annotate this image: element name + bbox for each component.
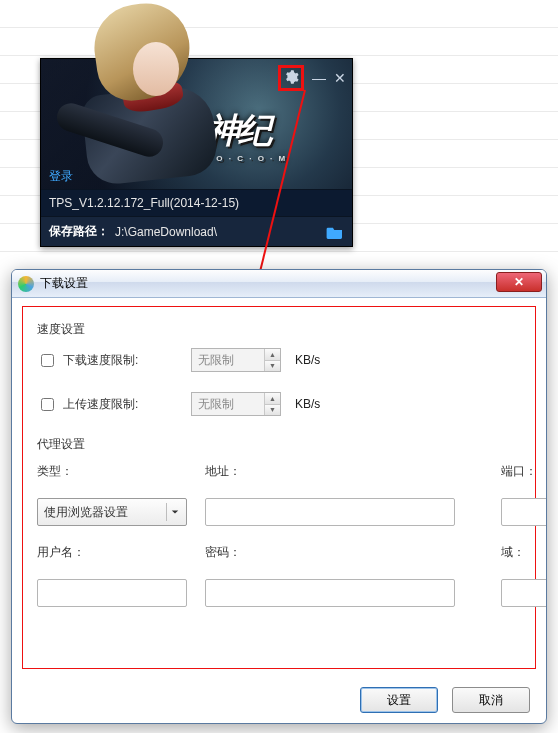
spin-up-button[interactable]: ▲: [265, 393, 280, 404]
proxy-port-label: 端口：: [501, 463, 547, 480]
download-limit-value: 无限制: [198, 352, 234, 369]
proxy-pass-label: 密码：: [205, 544, 455, 561]
upload-limit-value: 无限制: [198, 396, 234, 413]
folder-icon: [326, 225, 344, 239]
proxy-domain-label: 域：: [501, 544, 525, 561]
speed-section-title: 速度设置: [37, 321, 521, 338]
save-path-row: 保存路径： J:\GameDownload\: [41, 216, 352, 246]
launcher-banner: 枪神纪 T P S · O · C · O · M — ✕ 登录: [41, 59, 352, 189]
proxy-user-input[interactable]: [44, 585, 180, 601]
close-icon: ✕: [514, 275, 524, 289]
minimize-button[interactable]: —: [312, 71, 326, 85]
upload-limit-spinner[interactable]: 无限制 ▲ ▼: [191, 392, 281, 416]
upload-unit: KB/s: [295, 397, 345, 411]
cancel-button[interactable]: 取消: [452, 687, 530, 713]
dialog-footer: 设置 取消: [12, 677, 546, 723]
dialog-titlebar: 下载设置 ✕: [12, 270, 546, 298]
proxy-port-input[interactable]: [508, 504, 547, 520]
spinner-buttons: ▲ ▼: [264, 349, 280, 371]
download-limit-label: 下载速度限制:: [63, 352, 138, 369]
browse-folder-button[interactable]: [326, 225, 344, 239]
save-path-label: 保存路径：: [49, 223, 109, 240]
spin-down-button[interactable]: ▼: [265, 404, 280, 416]
login-link[interactable]: 登录: [49, 168, 73, 185]
launcher-window: 枪神纪 T P S · O · C · O · M — ✕ 登录 TPS_V1.…: [40, 58, 353, 247]
dialog-title: 下载设置: [40, 275, 88, 292]
game-logo: 枪神纪 T P S · O · C · O · M: [174, 108, 287, 163]
download-settings-dialog: 下载设置 ✕ 速度设置 下载速度限制: 无限制 ▲ ▼ KB/s 上: [11, 269, 547, 724]
proxy-domain-input[interactable]: [508, 585, 547, 601]
proxy-section-title: 代理设置: [37, 436, 521, 453]
chevron-down-icon: [166, 503, 182, 521]
proxy-user-label: 用户名：: [37, 544, 187, 561]
spin-down-button[interactable]: ▼: [265, 360, 280, 372]
download-speed-row: 下载速度限制: 无限制 ▲ ▼ KB/s: [37, 348, 521, 372]
proxy-addr-field[interactable]: [205, 498, 455, 526]
spinner-buttons: ▲ ▼: [264, 393, 280, 415]
close-launcher-button[interactable]: ✕: [334, 71, 346, 85]
download-limit-check[interactable]: [41, 354, 54, 367]
dialog-close-button[interactable]: ✕: [496, 272, 542, 292]
settings-button[interactable]: [283, 69, 299, 87]
proxy-grid: 类型： 地址： 端口： 使用浏览器设置 用户名： 密码： 域：: [37, 463, 521, 607]
proxy-pass-input[interactable]: [212, 585, 448, 601]
upload-limit-label: 上传速度限制:: [63, 396, 138, 413]
game-logo-sub: T P S · O · C · O · M: [174, 154, 287, 163]
cancel-button-label: 取消: [479, 692, 503, 709]
package-name: TPS_V1.2.12.172_Full(2014-12-15): [49, 196, 239, 210]
upload-limit-check[interactable]: [41, 398, 54, 411]
ok-button-label: 设置: [387, 692, 411, 709]
package-row: TPS_V1.2.12.172_Full(2014-12-15): [41, 189, 352, 216]
proxy-user-field[interactable]: [37, 579, 187, 607]
app-icon: [18, 276, 34, 292]
download-limit-checkbox[interactable]: 下载速度限制:: [37, 351, 177, 370]
proxy-domain-field[interactable]: [501, 579, 547, 607]
settings-button-highlight: [278, 65, 304, 91]
ok-button[interactable]: 设置: [360, 687, 438, 713]
download-unit: KB/s: [295, 353, 345, 367]
upload-speed-row: 上传速度限制: 无限制 ▲ ▼ KB/s: [37, 392, 521, 416]
proxy-addr-label: 地址：: [205, 463, 455, 480]
spin-up-button[interactable]: ▲: [265, 349, 280, 360]
gear-icon: [283, 69, 299, 85]
proxy-type-label: 类型：: [37, 463, 187, 480]
proxy-port-field[interactable]: [501, 498, 547, 526]
download-limit-spinner[interactable]: 无限制 ▲ ▼: [191, 348, 281, 372]
proxy-type-value: 使用浏览器设置: [44, 504, 128, 521]
save-path-value: J:\GameDownload\: [115, 225, 217, 239]
proxy-addr-input[interactable]: [212, 504, 448, 520]
launcher-titlebar: — ✕: [278, 65, 346, 91]
game-logo-text: 枪神纪: [174, 111, 270, 149]
proxy-pass-field[interactable]: [205, 579, 455, 607]
proxy-type-combo[interactable]: 使用浏览器设置: [37, 498, 187, 526]
dialog-body: 速度设置 下载速度限制: 无限制 ▲ ▼ KB/s 上传速度限制: 无限制: [22, 306, 536, 669]
upload-limit-checkbox[interactable]: 上传速度限制:: [37, 395, 177, 414]
